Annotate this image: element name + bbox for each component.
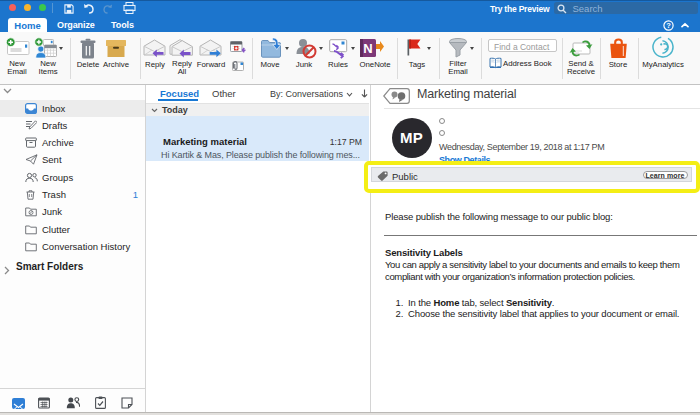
svg-text:?: ? [666,21,671,30]
svg-text:N: N [363,41,372,56]
